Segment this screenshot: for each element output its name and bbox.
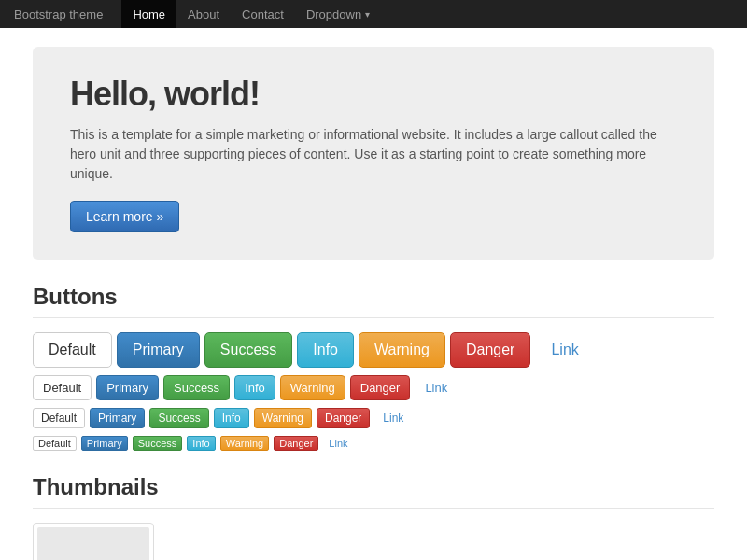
- nav-item-contact[interactable]: Contact: [231, 0, 295, 28]
- nav-item-dropdown[interactable]: Dropdown ▾: [295, 0, 381, 28]
- btn-info-sm[interactable]: Info: [214, 408, 249, 428]
- btn-link-xs[interactable]: Link: [323, 436, 353, 451]
- btn-info-xs[interactable]: Info: [187, 436, 215, 451]
- btn-link-md[interactable]: Link: [415, 375, 458, 400]
- btn-default-lg[interactable]: Default: [33, 332, 112, 368]
- btn-primary-xs[interactable]: Primary: [81, 436, 128, 451]
- btn-warning-md[interactable]: Warning: [280, 375, 345, 400]
- btn-success-lg[interactable]: Success: [204, 332, 292, 368]
- btn-danger-sm[interactable]: Danger: [317, 408, 370, 428]
- btn-success-md[interactable]: Success: [163, 375, 230, 400]
- thumbnails-section: Thumbnails 200x200: [33, 474, 714, 560]
- nav-items: Home About Contact Dropdown ▾: [121, 0, 381, 28]
- main-content: Hello, world! This is a template for a s…: [19, 28, 728, 560]
- button-row-md: Default Primary Success Info Warning Dan…: [33, 375, 714, 400]
- thumbnail[interactable]: 200x200: [33, 523, 154, 560]
- hero-description: This is a template for a simple marketin…: [70, 125, 677, 184]
- button-row-sm: Default Primary Success Info Warning Dan…: [33, 408, 714, 428]
- thumbnails-section-title: Thumbnails: [33, 474, 714, 509]
- btn-warning-lg[interactable]: Warning: [359, 332, 445, 368]
- hero-unit: Hello, world! This is a template for a s…: [33, 47, 714, 260]
- thumbnail-placeholder: 200x200: [37, 527, 149, 560]
- btn-info-md[interactable]: Info: [234, 375, 275, 400]
- btn-primary-md[interactable]: Primary: [96, 375, 159, 400]
- btn-success-sm[interactable]: Success: [149, 408, 208, 428]
- btn-default-xs[interactable]: Default: [33, 436, 77, 451]
- dropdown-label: Dropdown: [306, 7, 361, 21]
- btn-success-xs[interactable]: Success: [133, 436, 183, 451]
- btn-link-lg[interactable]: Link: [535, 332, 594, 368]
- btn-danger-md[interactable]: Danger: [350, 375, 411, 400]
- nav-item-home[interactable]: Home: [121, 0, 176, 28]
- btn-danger-lg[interactable]: Danger: [450, 332, 530, 368]
- chevron-down-icon: ▾: [365, 9, 370, 20]
- hero-heading: Hello, world!: [70, 75, 677, 114]
- btn-danger-xs[interactable]: Danger: [274, 436, 318, 451]
- buttons-section: Buttons Default Primary Success Info War…: [33, 284, 714, 451]
- btn-warning-sm[interactable]: Warning: [254, 408, 312, 428]
- btn-primary-lg[interactable]: Primary: [117, 332, 200, 368]
- btn-link-sm[interactable]: Link: [374, 408, 412, 428]
- btn-primary-sm[interactable]: Primary: [90, 408, 145, 428]
- button-row-lg: Default Primary Success Info Warning Dan…: [33, 332, 714, 368]
- button-row-xs: Default Primary Success Info Warning Dan…: [33, 436, 714, 451]
- navbar-brand[interactable]: Bootstrap theme: [14, 7, 103, 21]
- btn-default-md[interactable]: Default: [33, 375, 92, 400]
- navbar: Bootstrap theme Home About Contact Dropd…: [0, 0, 747, 28]
- btn-default-sm[interactable]: Default: [33, 408, 85, 428]
- nav-item-about[interactable]: About: [176, 0, 231, 28]
- btn-warning-xs[interactable]: Warning: [220, 436, 270, 451]
- buttons-section-title: Buttons: [33, 284, 714, 318]
- learn-more-button[interactable]: Learn more »: [70, 201, 179, 232]
- btn-info-lg[interactable]: Info: [297, 332, 354, 368]
